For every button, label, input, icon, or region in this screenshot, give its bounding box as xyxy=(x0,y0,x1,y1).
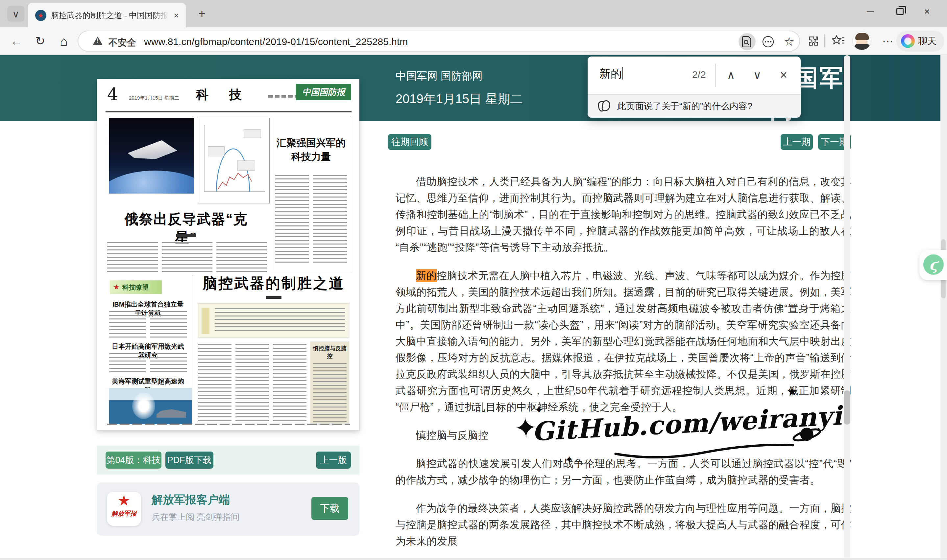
app-name: 解放军报客户端 xyxy=(152,492,230,508)
pdf-download-button[interactable]: PDF版下载 xyxy=(165,452,213,469)
paper-byline xyxy=(176,234,196,237)
circle-dots-icon xyxy=(762,35,775,48)
article-paragraph: 作为战争的最终决策者，人类应该解决好脑控武器的研发方向与理性应用等问题。一方面，… xyxy=(396,500,851,549)
fake-text-columns xyxy=(107,242,267,272)
copilot-outline-icon xyxy=(598,100,611,113)
tab-list-button[interactable]: ∨ xyxy=(7,6,24,22)
copilot-suggestion-text: 此页面说了关于“新的”的什么内容? xyxy=(617,100,752,112)
extensions-button[interactable] xyxy=(804,32,823,50)
column-title-line2: 科技力量 xyxy=(275,150,347,164)
star-icon: ★ xyxy=(113,283,120,291)
refresh-icon: ↻ xyxy=(35,34,45,48)
chevron-down-icon: ∨ xyxy=(753,68,762,82)
article-text: 控脑技术无需在人脑中植入芯片，电磁波、光线、声波、气味等都可以成为媒介。作为控脑… xyxy=(396,270,851,413)
copilot-icon xyxy=(901,34,915,48)
browser-titlebar: ∨ ★ 脑控武器的制胜之道 - 中国国防报 × + ─ × xyxy=(0,0,947,27)
find-divider xyxy=(715,64,716,87)
more-options-circle-button[interactable] xyxy=(759,33,777,50)
app-icon: ★ 解放军报 xyxy=(107,492,141,526)
edition-label-button[interactable]: 第04版：科技 xyxy=(106,452,162,469)
bookmark-button[interactable]: ☆ xyxy=(781,33,798,50)
paper-headline-brain-weapons: 脑控武器的制胜之道 xyxy=(198,274,349,293)
fake-text-columns xyxy=(109,353,187,372)
chevron-down-icon: ∨ xyxy=(12,8,19,20)
app-icon-text: 解放军报 xyxy=(111,510,137,517)
chevron-up-icon: ∧ xyxy=(727,68,735,82)
article-paragraph: 借助脑控技术，人类已经具备为人脑“编程”的能力：向目标大脑植入对自己有利的信息，… xyxy=(396,174,851,256)
article-body: 借助脑控技术，人类已经具备为人脑“编程”的能力：向目标大脑植入对自己有利的信息，… xyxy=(396,174,851,560)
window-minimize-button[interactable]: ─ xyxy=(859,0,882,23)
app-promo-card: ★ 解放军报 解放军报客户端 兵在掌上阅 亮剑弹指间 下载 xyxy=(97,482,359,536)
ellipsis-icon: ⋯ xyxy=(882,34,893,48)
star-icon: ★ xyxy=(107,492,141,509)
find-previous-button[interactable]: ∧ xyxy=(721,65,741,85)
hypersonic-aircraft-photo xyxy=(109,118,194,194)
prev-page-button[interactable]: 上一版 xyxy=(316,452,351,469)
browser-navbar: ← ↻ ⌂ 不安全 www.81.cn/gfbmap/content/2019-… xyxy=(0,27,947,55)
favorites-bar-button[interactable] xyxy=(829,32,848,50)
search-highlight: 新的 xyxy=(416,269,437,282)
settings-menu-button[interactable]: ⋯ xyxy=(879,32,897,50)
copilot-chat-button[interactable]: 聊天 xyxy=(896,31,944,52)
paper-side-box: 慎控脑与反脑控 xyxy=(310,342,349,424)
app-slogan: 兵在掌上阅 亮剑弹指间 xyxy=(152,511,239,523)
find-next-button[interactable]: ∨ xyxy=(747,65,767,85)
fake-text-columns xyxy=(109,311,187,337)
trajectory-chart xyxy=(198,118,269,203)
paper-byline xyxy=(266,296,282,299)
paper-masthead-brand: 中国国防报 xyxy=(296,84,351,100)
minimize-icon: ─ xyxy=(867,6,874,17)
download-button[interactable]: 下载 xyxy=(311,497,348,520)
collections-star-icon xyxy=(832,35,845,47)
article-subhead: 慎控脑与反脑控 xyxy=(396,427,851,444)
active-tab[interactable]: ★ 脑控武器的制胜之道 - 中国国防报 × xyxy=(28,3,186,27)
home-button[interactable]: ⌂ xyxy=(55,32,73,50)
text-caret xyxy=(622,67,623,80)
badge-label: 科技瞭望 xyxy=(122,283,149,292)
paper-footer-line xyxy=(107,424,350,425)
profile-avatar[interactable] xyxy=(852,31,872,50)
extension-floating-bubble[interactable]: ϛ xyxy=(919,250,947,280)
paper-section-title: 科 技 xyxy=(196,86,250,103)
tab-close-icon[interactable]: × xyxy=(170,9,183,22)
address-bar[interactable]: 不安全 www.81.cn/gfbmap/content/2019-01/15/… xyxy=(78,31,800,52)
paper-column-divider xyxy=(192,275,192,424)
archive-button[interactable]: 往期回顾 xyxy=(388,134,431,150)
window-scrollbar-track[interactable] xyxy=(941,55,947,560)
paper-page-number: 4 xyxy=(107,85,118,104)
desktop-edge-sliver xyxy=(0,558,947,560)
window-restore-button[interactable] xyxy=(888,0,912,23)
page-search-icon xyxy=(742,36,752,47)
extension-orb-icon: ϛ xyxy=(923,254,944,275)
site-favicon-icon: ★ xyxy=(35,10,46,21)
article-paragraph: 新的控脑技术无需在人脑中植入芯片，电磁波、光线、声波、气味等都可以成为媒介。作为… xyxy=(396,268,851,415)
back-button[interactable]: ← xyxy=(7,32,26,50)
puzzle-icon xyxy=(808,35,819,47)
paper-issue-info: 2019年1月15日 星期二 xyxy=(129,95,179,101)
paper-right-column: 汇聚强国兴军的 科技力量 xyxy=(271,116,351,271)
find-close-button[interactable]: × xyxy=(774,65,793,85)
site-name: 中国军网 国防部网 xyxy=(396,69,483,83)
copilot-suggestion-row[interactable]: 此页面说了关于“新的”的什么内容? xyxy=(588,94,801,118)
content-scrollbar-thumb[interactable] xyxy=(844,391,850,425)
new-tab-button[interactable]: + xyxy=(195,6,209,21)
newspaper-page-thumbnail[interactable]: 4 2019年1月15日 星期二 科 技 中国国防报 汇聚强国兴军的 科技力量 … xyxy=(97,79,359,431)
copilot-label: 聊天 xyxy=(918,35,936,47)
find-on-page-indicator-button[interactable] xyxy=(739,33,756,50)
sea-test-photo xyxy=(109,388,192,424)
url-text[interactable]: www.81.cn/gfbmap/content/2019-01/15/cont… xyxy=(144,36,408,47)
aircraft-shape xyxy=(126,138,178,163)
tab-title: 脑控武器的制胜之道 - 中国国防报 xyxy=(51,10,169,21)
find-match-counter: 2/2 xyxy=(692,69,706,80)
not-secure-warning-icon xyxy=(93,37,103,45)
refresh-button[interactable]: ↻ xyxy=(31,32,49,50)
window-close-button[interactable]: × xyxy=(915,0,938,23)
edition-bar: 第04版：科技 PDF版下载 上一版 xyxy=(97,446,359,475)
security-label[interactable]: 不安全 xyxy=(108,37,136,49)
prev-issue-button[interactable]: 上一期 xyxy=(781,134,813,150)
find-input[interactable]: 新的 xyxy=(599,66,688,83)
close-icon: × xyxy=(924,6,930,17)
fake-text-columns xyxy=(275,175,347,263)
content-scrollbar-track[interactable] xyxy=(844,55,850,560)
paper-lead-box xyxy=(198,303,349,337)
